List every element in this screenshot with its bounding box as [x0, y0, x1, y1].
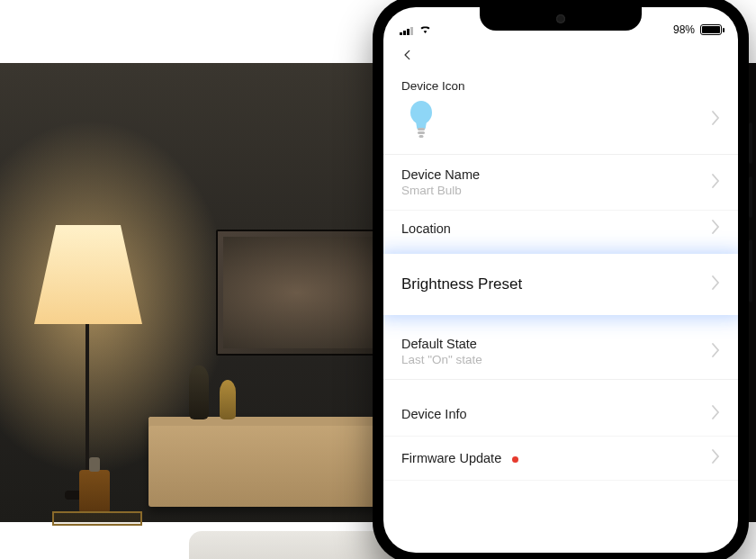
background-cabinet [148, 417, 392, 507]
background-tray [52, 511, 142, 526]
chevron-left-icon [401, 49, 414, 61]
battery-percent: 98% [673, 23, 695, 36]
svg-rect-3 [419, 135, 424, 138]
chevron-right-icon [711, 449, 720, 467]
wifi-icon [418, 23, 432, 36]
background-decanter [79, 470, 110, 513]
background-vase-gold [220, 380, 236, 419]
phone-side-button [749, 239, 752, 302]
phone-screen: 98% Device Icon [383, 7, 738, 553]
device-name-value: Smart Bulb [401, 184, 480, 197]
lightbulb-icon [401, 100, 441, 140]
row-location[interactable]: Location [383, 211, 738, 247]
phone-notch [480, 7, 642, 31]
row-default-state[interactable]: Default State Last "On" state [383, 324, 738, 379]
row-firmware-update[interactable]: Firmware Update [383, 437, 738, 480]
phone-side-button [749, 122, 752, 164]
row-device-name[interactable]: Device Name Smart Bulb [383, 155, 738, 210]
row-brightness-preset[interactable]: Brightness Preset [383, 254, 738, 315]
firmware-update-label: Firmware Update [401, 451, 501, 465]
row-device-info[interactable]: Device Info [383, 392, 738, 436]
chevron-right-icon [711, 343, 720, 361]
update-indicator-dot [512, 456, 518, 463]
chevron-right-icon [711, 174, 720, 192]
row-device-icon[interactable] [383, 93, 738, 154]
chevron-right-icon [711, 111, 720, 129]
chevron-right-icon [711, 275, 720, 293]
phone-side-button [749, 176, 752, 218]
back-button[interactable] [383, 45, 738, 74]
chevron-right-icon [711, 405, 720, 423]
default-state-label: Default State [401, 337, 482, 351]
location-label: Location [401, 221, 451, 236]
device-name-label: Device Name [401, 167, 480, 182]
battery-icon [700, 24, 722, 35]
signal-icon [400, 25, 413, 35]
svg-rect-1 [418, 128, 425, 131]
svg-rect-2 [418, 131, 425, 134]
chevron-right-icon [711, 220, 720, 238]
lamp-shade [34, 225, 142, 324]
phone-frame: 98% Device Icon [373, 0, 749, 559]
brightness-preset-label: Brightness Preset [401, 275, 522, 293]
background-vase [189, 365, 209, 419]
device-icon-label: Device Icon [383, 74, 738, 93]
default-state-value: Last "On" state [401, 353, 482, 366]
device-info-label: Device Info [401, 407, 467, 421]
svg-point-0 [410, 101, 432, 124]
